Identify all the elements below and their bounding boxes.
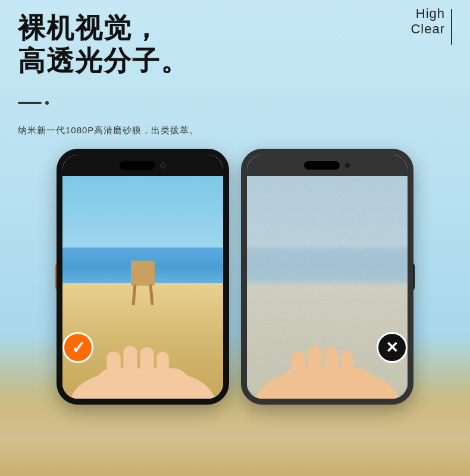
- hero-title: 裸机视觉， 高透光分子。: [18, 12, 189, 77]
- phone-left-topbar: [62, 155, 223, 176]
- chair-leg-left: [131, 284, 136, 305]
- vertical-divider: [451, 9, 452, 45]
- label-group: High Clear: [411, 6, 445, 37]
- svg-rect-3: [123, 346, 137, 380]
- notch-camera-right: [344, 162, 350, 168]
- phone-right-screen: [247, 176, 408, 399]
- dash-decoration: [18, 101, 49, 105]
- svg-rect-12: [341, 352, 353, 380]
- svg-rect-2: [106, 352, 120, 382]
- phone-left-wrapper: 劲林进口磨砂膜: [57, 149, 229, 405]
- notch-camera-left: [160, 162, 166, 168]
- beach-chair: [128, 261, 158, 308]
- svg-rect-4: [140, 347, 153, 380]
- phone-left-screen: [62, 176, 223, 399]
- subtitle: 纳米新一代1080P高清磨砂膜，出类拔萃。: [18, 125, 199, 136]
- dash-long: [18, 102, 42, 104]
- svg-rect-11: [324, 347, 338, 380]
- svg-rect-10: [308, 346, 321, 380]
- dash-dot: [45, 101, 49, 105]
- label-clear: Clear: [411, 21, 445, 37]
- chair-leg-right: [149, 284, 153, 305]
- main-heading: 裸机视觉， 高透光分子。: [18, 12, 189, 77]
- svg-rect-9: [291, 352, 305, 382]
- phone-left-frame: [57, 149, 229, 405]
- top-right-labels: High Clear: [411, 6, 452, 45]
- beach-scene-clear: [62, 176, 223, 399]
- label-high: High: [416, 6, 445, 21]
- notch-pill-left: [120, 161, 155, 170]
- notch-pill-right: [304, 161, 340, 170]
- check-badge: ✓: [62, 332, 93, 363]
- beach-scene-frosted: [247, 176, 408, 399]
- phone-right-frame: [241, 149, 413, 405]
- svg-rect-5: [156, 352, 168, 380]
- phone-right-wrapper: 市场普通磨砂膜: [241, 149, 413, 405]
- phones-container: 劲林进口磨砂膜: [0, 149, 470, 476]
- page-wrapper: High Clear 裸机视觉， 高透光分子。 纳米新一代1080P高清磨砂膜，…: [0, 0, 470, 476]
- chair-seat: [131, 273, 155, 286]
- phone-right-topbar: [247, 155, 408, 176]
- x-badge: ✕: [377, 332, 408, 363]
